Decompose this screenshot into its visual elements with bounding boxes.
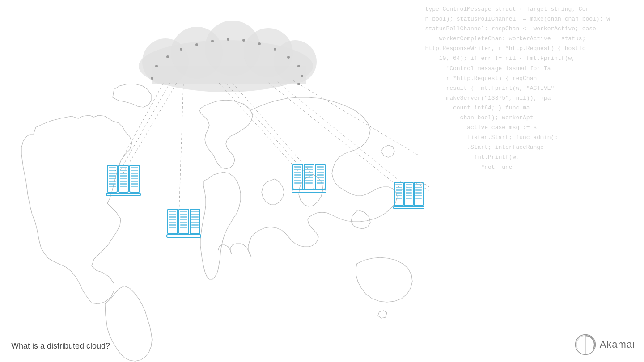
svg-rect-97: [305, 177, 313, 178]
svg-rect-71: [180, 219, 187, 220]
svg-rect-64: [169, 222, 176, 223]
svg-point-7: [155, 65, 158, 67]
svg-rect-128: [415, 195, 422, 196]
svg-rect-111: [396, 187, 402, 188]
svg-rect-127: [415, 192, 422, 194]
server-cluster-2: [167, 209, 201, 237]
svg-rect-32: [109, 167, 116, 168]
akamai-logo: Akamai: [575, 334, 635, 355]
svg-rect-85: [294, 166, 301, 168]
svg-rect-70: [180, 216, 187, 218]
svg-rect-117: [406, 184, 412, 185]
svg-rect-129: [415, 198, 422, 199]
svg-rect-69: [180, 214, 187, 215]
svg-rect-46: [120, 181, 127, 182]
svg-rect-75: [190, 209, 200, 234]
svg-line-132: [425, 184, 429, 235]
svg-rect-80: [191, 222, 199, 223]
svg-rect-38: [109, 183, 116, 185]
svg-rect-92: [304, 164, 314, 189]
server-cluster-1: [106, 165, 140, 196]
svg-rect-48: [120, 186, 127, 187]
svg-line-30: [123, 83, 177, 173]
svg-point-16: [287, 56, 290, 59]
svg-rect-41: [120, 167, 127, 168]
svg-line-23: [226, 83, 305, 173]
svg-point-10: [195, 43, 198, 46]
svg-rect-65: [169, 224, 176, 226]
svg-rect-93: [305, 166, 313, 168]
svg-rect-99: [305, 182, 313, 184]
svg-rect-44: [120, 175, 127, 177]
svg-rect-66: [169, 227, 176, 228]
svg-rect-110: [396, 184, 402, 185]
svg-rect-130: [394, 206, 424, 209]
svg-rect-119: [406, 189, 412, 191]
svg-point-9: [180, 48, 182, 51]
svg-rect-42: [120, 170, 127, 171]
svg-point-13: [242, 39, 245, 42]
svg-rect-123: [414, 182, 423, 206]
svg-rect-72: [180, 222, 187, 223]
svg-line-24: [219, 83, 300, 173]
svg-rect-73: [180, 224, 187, 226]
svg-rect-107: [317, 182, 324, 184]
svg-point-11: [211, 40, 214, 42]
akamai-logo-icon: [575, 334, 596, 355]
svg-rect-83: [167, 235, 201, 237]
svg-point-20: [151, 77, 153, 80]
code-background: type ControlMessage struct { Target stri…: [411, 0, 644, 362]
svg-rect-39: [109, 186, 116, 187]
svg-rect-57: [131, 186, 138, 187]
svg-rect-124: [415, 184, 422, 185]
svg-rect-45: [120, 178, 127, 179]
svg-rect-90: [294, 180, 301, 181]
svg-rect-35: [109, 175, 116, 177]
svg-rect-105: [317, 177, 324, 178]
svg-rect-122: [406, 198, 412, 199]
svg-rect-61: [169, 214, 176, 215]
svg-rect-43: [120, 173, 127, 174]
world-map: [0, 0, 429, 362]
svg-rect-102: [317, 169, 324, 170]
svg-rect-126: [415, 189, 422, 191]
svg-point-18: [301, 75, 303, 77]
svg-rect-54: [131, 178, 138, 179]
svg-rect-63: [169, 219, 176, 220]
svg-rect-94: [305, 169, 313, 170]
svg-line-27: [277, 82, 411, 190]
svg-rect-112: [396, 189, 402, 191]
svg-rect-115: [396, 198, 402, 199]
svg-rect-98: [305, 180, 313, 181]
svg-point-15: [274, 48, 276, 51]
svg-rect-125: [415, 187, 422, 188]
svg-rect-120: [406, 192, 412, 194]
svg-line-25: [233, 83, 311, 173]
svg-rect-81: [191, 224, 199, 226]
svg-rect-96: [305, 174, 313, 176]
cloud-shape: [139, 21, 317, 92]
svg-rect-33: [109, 170, 116, 171]
svg-rect-89: [294, 177, 301, 178]
svg-rect-53: [131, 175, 138, 177]
svg-line-28: [293, 80, 420, 156]
svg-rect-51: [131, 170, 138, 171]
svg-rect-37: [109, 181, 116, 182]
svg-point-8: [166, 55, 169, 58]
svg-rect-47: [120, 183, 127, 185]
svg-rect-36: [109, 178, 116, 179]
svg-rect-116: [404, 182, 413, 206]
svg-rect-88: [294, 174, 301, 176]
svg-rect-86: [294, 169, 301, 170]
svg-rect-56: [131, 183, 138, 185]
svg-line-22: [179, 84, 183, 217]
svg-point-17: [297, 65, 300, 67]
svg-rect-114: [396, 195, 402, 196]
svg-rect-91: [294, 182, 301, 184]
svg-rect-55: [131, 181, 138, 182]
svg-rect-60: [169, 211, 176, 212]
svg-rect-6: [152, 66, 306, 84]
svg-rect-79: [191, 219, 199, 220]
svg-rect-77: [191, 214, 199, 215]
svg-rect-118: [406, 187, 412, 188]
